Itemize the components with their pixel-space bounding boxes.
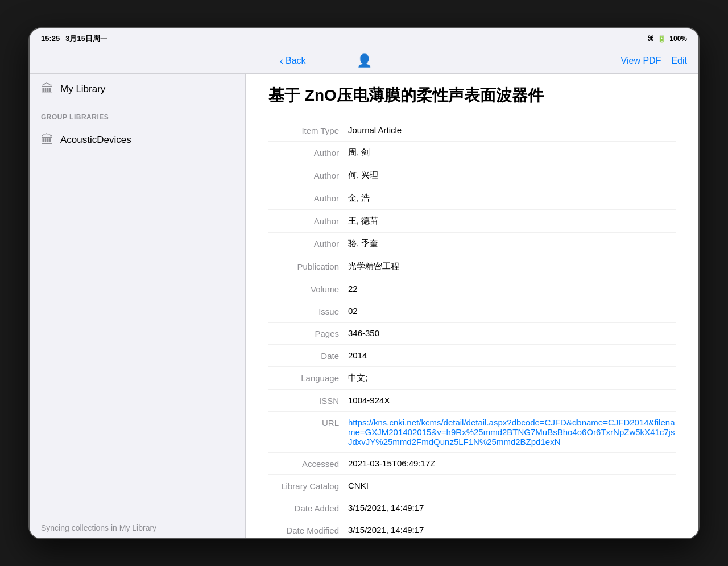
status-right: ⌘ 🔋 100% xyxy=(647,35,687,43)
metadata-row: ISSN1004-924X xyxy=(268,390,676,412)
metadata-row: Author骆, 季奎 xyxy=(268,233,676,255)
battery-percent: 100% xyxy=(669,35,687,43)
metadata-value: 周, 剑 xyxy=(348,147,676,158)
metadata-row: Date Added3/15/2021, 14:49:17 xyxy=(268,497,676,519)
metadata-label: Date Added xyxy=(268,503,348,513)
metadata-row: Volume22 xyxy=(268,278,676,300)
metadata-value[interactable]: https://kns.cnki.net/kcms/detail/detail.… xyxy=(348,418,676,447)
metadata-value: 1004-924X xyxy=(348,395,676,405)
metadata-label: Issue xyxy=(268,306,348,316)
sidebar-item-acoustic-devices[interactable]: 🏛 AcousticDevices xyxy=(30,125,245,155)
metadata-label: Language xyxy=(268,373,348,383)
metadata-label: Date Modified xyxy=(268,525,348,535)
metadata-label: Pages xyxy=(268,328,348,338)
metadata-label: Author xyxy=(268,193,348,203)
acoustic-library-icon: 🏛 xyxy=(41,133,53,147)
group-libraries-label: GROUP LIBRARIES xyxy=(30,105,245,125)
metadata-row: Language中文; xyxy=(268,367,676,390)
metadata-container: Item TypeJournal ArticleAuthor周, 剑Author… xyxy=(268,119,676,539)
metadata-row: Date2014 xyxy=(268,345,676,367)
metadata-label: Library Catalog xyxy=(268,481,348,491)
nav-bar: 👤 ‹ Back View PDF Edit xyxy=(30,49,698,74)
metadata-value: 02 xyxy=(348,306,676,316)
wifi-icon: ⌘ xyxy=(647,35,654,43)
metadata-row: Author金, 浩 xyxy=(268,187,676,210)
nav-profile-icon[interactable]: 👤 xyxy=(357,53,372,68)
metadata-label: Date xyxy=(268,350,348,361)
metadata-label: URL xyxy=(268,418,348,428)
back-chevron-icon: ‹ xyxy=(280,55,283,67)
article-title: 基于 ZnO压电薄膜的柔性声表面波器件 xyxy=(268,85,676,106)
metadata-label: Author xyxy=(268,216,348,226)
content-area[interactable]: 基于 ZnO压电薄膜的柔性声表面波器件 Item TypeJournal Art… xyxy=(246,74,698,539)
status-time: 15:25 xyxy=(41,34,60,43)
metadata-value: 3/15/2021, 14:49:17 xyxy=(348,525,676,535)
metadata-label: Publication xyxy=(268,261,348,271)
metadata-value: 346-350 xyxy=(348,328,676,338)
metadata-row: Pages346-350 xyxy=(268,323,676,345)
metadata-value: 何, 兴理 xyxy=(348,170,676,181)
metadata-row: Publication光学精密工程 xyxy=(268,255,676,278)
metadata-label: Author xyxy=(268,238,348,249)
metadata-row: Item TypeJournal Article xyxy=(268,119,676,142)
battery-icon: 🔋 xyxy=(657,35,666,43)
metadata-value: 王, 德苗 xyxy=(348,216,676,226)
metadata-row: Author周, 剑 xyxy=(268,142,676,164)
metadata-value: Journal Article xyxy=(348,125,676,135)
metadata-label: Author xyxy=(268,170,348,180)
metadata-label: Accessed xyxy=(268,458,348,469)
metadata-value: 骆, 季奎 xyxy=(348,238,676,249)
metadata-label: ISSN xyxy=(268,395,348,406)
acoustic-devices-label: AcousticDevices xyxy=(60,134,131,146)
metadata-row: Author王, 德苗 xyxy=(268,210,676,233)
back-button[interactable]: Back xyxy=(286,56,306,66)
metadata-label: Author xyxy=(268,147,348,158)
library-icon: 🏛 xyxy=(41,82,53,97)
metadata-label: Item Type xyxy=(268,125,348,135)
metadata-row: Library CatalogCNKI xyxy=(268,475,676,497)
view-pdf-button[interactable]: View PDF xyxy=(621,56,661,66)
metadata-value: 中文; xyxy=(348,373,676,383)
metadata-row: Author何, 兴理 xyxy=(268,164,676,187)
status-bar: 15:25 3月15日周一 ⌘ 🔋 100% xyxy=(30,28,698,49)
edit-button[interactable]: Edit xyxy=(671,56,687,66)
metadata-value: 22 xyxy=(348,284,676,294)
metadata-row: Accessed2021-03-15T06:49:17Z xyxy=(268,453,676,475)
sidebar-sync-status: Syncing collections in My Library xyxy=(30,515,245,539)
metadata-row: Issue02 xyxy=(268,300,676,323)
metadata-value: 金, 浩 xyxy=(348,193,676,204)
metadata-value: 2021-03-15T06:49:17Z xyxy=(348,458,676,468)
metadata-value: 2014 xyxy=(348,350,676,360)
metadata-value: 光学精密工程 xyxy=(348,261,676,272)
metadata-row: Date Modified3/15/2021, 14:49:17 xyxy=(268,519,676,539)
sidebar-my-library-label: My Library xyxy=(60,84,105,95)
sidebar: 🏛 My Library GROUP LIBRARIES 🏛 AcousticD… xyxy=(30,74,246,539)
sidebar-item-my-library[interactable]: 🏛 My Library xyxy=(30,74,245,105)
metadata-value: CNKI xyxy=(348,481,676,490)
metadata-value: 3/15/2021, 14:49:17 xyxy=(348,503,676,513)
status-date: 3月15日周一 xyxy=(65,34,107,44)
metadata-row: URLhttps://kns.cnki.net/kcms/detail/deta… xyxy=(268,412,676,453)
metadata-label: Volume xyxy=(268,284,348,294)
